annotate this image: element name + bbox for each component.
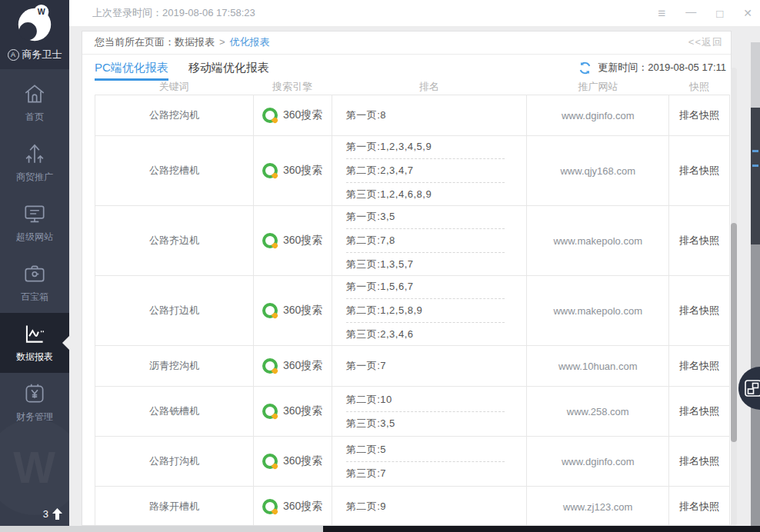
snapshot-cell: 排名快照 xyxy=(669,346,729,386)
engine-label: 360搜索 xyxy=(283,304,322,318)
sidebar-item-promotion[interactable]: 商贸推广 xyxy=(0,133,69,193)
rank-line: 第三页:1,2,4,6,8,9 xyxy=(346,182,505,206)
rank-cell: 第一页:3,5第二页:7,8第三页:1,3,5,7 xyxy=(332,206,528,275)
engine-label: 360搜索 xyxy=(283,164,322,178)
snapshot-link[interactable]: 排名快照 xyxy=(679,404,719,418)
table-row: 公路挖槽机360搜索第一页:1,2,3,4,5,9第二页:2,3,4,7第三页:… xyxy=(95,136,729,206)
sidebar-item-data-report[interactable]: 数据报表 xyxy=(0,313,69,373)
snapshot-link[interactable]: 排名快照 xyxy=(679,304,719,318)
rank-cell: 第一页:8 xyxy=(332,95,528,135)
header-rank: 排名 xyxy=(332,81,527,95)
rank-line: 第三页:7 xyxy=(346,461,505,485)
engine-cell: 360搜索 xyxy=(254,437,332,486)
rank-cell: 第一页:1,2,3,4,5,9第二页:2,3,4,7第三页:1,2,4,6,8,… xyxy=(332,136,528,205)
360-search-logo-icon xyxy=(262,404,278,419)
promotion-icon xyxy=(22,141,48,167)
rank-line: 第二页:10 xyxy=(346,388,505,411)
keyword-cell: 公路打沟机 xyxy=(95,437,254,486)
360-search-logo-icon xyxy=(262,108,278,123)
engine-label: 360搜索 xyxy=(283,108,322,122)
finance-icon xyxy=(22,381,48,407)
refresh-icon[interactable] xyxy=(578,61,592,75)
toolbox-icon xyxy=(22,261,48,287)
sidebar-item-home[interactable]: 首页 xyxy=(0,73,69,133)
sidebar-item-label: 百宝箱 xyxy=(0,291,69,304)
window-bottom-edge xyxy=(0,526,323,532)
rank-line: 第一页:1,2,3,4,5,9 xyxy=(346,135,505,158)
rank-line: 第一页:1,5,6,7 xyxy=(346,275,505,298)
keyword-cell: 路缘开槽机 xyxy=(95,487,254,526)
snapshot-link[interactable]: 排名快照 xyxy=(679,359,719,373)
rank-line: 第二页:5 xyxy=(346,438,505,461)
engine-label: 360搜索 xyxy=(283,359,322,373)
app-logo-icon: W xyxy=(14,2,55,44)
breadcrumb-prefix: 您当前所在页面： xyxy=(95,32,175,54)
sidebar-item-website[interactable]: 超级网站 xyxy=(0,193,69,253)
titlebar: 上次登录时间：2019-08-06 17:58:23 ≡ — □ ✕ xyxy=(69,0,760,27)
up-arrow-icon xyxy=(52,508,62,520)
rank-cell: 第二页:9 xyxy=(332,487,528,526)
qr-code-float-button[interactable] xyxy=(738,367,760,410)
keyword-cell: 公路打边机 xyxy=(95,276,254,345)
snapshot-link[interactable]: 排名快照 xyxy=(679,108,719,122)
rank-line: 第三页:3,5 xyxy=(346,411,505,435)
header-engine: 搜索引擎 xyxy=(253,81,332,95)
snapshot-link[interactable]: 排名快照 xyxy=(679,164,719,178)
snapshot-link[interactable]: 排名快照 xyxy=(679,500,719,514)
close-icon[interactable]: ✕ xyxy=(743,8,752,18)
brand-badge-icon: A xyxy=(8,49,19,61)
tab-mobile-report[interactable]: 移动端优化报表 xyxy=(188,55,269,81)
rank-line: 第二页:9 xyxy=(346,495,505,518)
qr-code-icon xyxy=(744,379,760,397)
rank-line: 第一页:8 xyxy=(346,104,505,127)
last-login-text: 上次登录时间：2019-08-06 17:58:23 xyxy=(92,0,255,26)
engine-label: 360搜索 xyxy=(283,454,322,468)
keyword-cell: 沥青挖沟机 xyxy=(95,346,254,386)
maximize-icon[interactable]: □ xyxy=(716,8,723,19)
breadcrumb-parent: 数据报表 xyxy=(175,32,215,54)
site-cell: www.zj123.com xyxy=(527,487,669,526)
update-time-text: 更新时间：2019-08-05 17:11 xyxy=(598,61,726,75)
360-search-logo-icon xyxy=(262,499,278,514)
keyword-cell: 公路铣槽机 xyxy=(95,387,254,436)
sidebar-item-toolbox[interactable]: 百宝箱 xyxy=(0,253,69,313)
snapshot-cell: 排名快照 xyxy=(669,95,729,135)
sidebar-item-label: 首页 xyxy=(0,111,69,124)
breadcrumb-current[interactable]: 优化报表 xyxy=(230,32,270,54)
keyword-cell: 公路挖槽机 xyxy=(95,136,254,205)
rank-cell: 第二页:5第三页:7 xyxy=(332,437,528,486)
notification-count: 3 xyxy=(43,508,48,520)
snapshot-link[interactable]: 排名快照 xyxy=(679,454,719,468)
back-link[interactable]: <<返回 xyxy=(688,32,723,54)
breadcrumb: 您当前所在页面：数据报表 > 优化报表 <<返回 xyxy=(82,32,731,55)
content-card: 您当前所在页面：数据报表 > 优化报表 <<返回 PC端优化报表 移动端优化报表… xyxy=(82,31,732,526)
rank-line: 第一页:3,5 xyxy=(346,205,505,228)
logo-block: W A 商务卫士 xyxy=(0,0,69,69)
rank-cell: 第一页:7 xyxy=(332,346,528,386)
window-controls: ≡ — □ ✕ xyxy=(658,0,752,26)
360-search-logo-icon xyxy=(262,358,278,374)
rank-cell: 第二页:10第三页:3,5 xyxy=(332,387,528,436)
notification-badge[interactable]: 3 xyxy=(43,508,62,520)
header-site: 推广网站 xyxy=(527,81,669,95)
header-snapshot: 快照 xyxy=(669,81,729,95)
background-window-edge-top xyxy=(751,42,760,108)
breadcrumb-separator: > xyxy=(219,32,225,54)
engine-label: 360搜索 xyxy=(283,404,322,418)
rank-line: 第三页:1,3,5,7 xyxy=(346,252,505,276)
minimize-icon[interactable]: — xyxy=(685,6,696,17)
site-cell: www.makepolo.com xyxy=(527,276,669,345)
keyword-cell: 公路挖沟机 xyxy=(95,95,254,135)
vertical-scrollbar-thumb[interactable] xyxy=(731,223,737,442)
report-chart-icon xyxy=(22,321,48,347)
snapshot-link[interactable]: 排名快照 xyxy=(679,234,719,248)
snapshot-cell: 排名快照 xyxy=(669,136,729,205)
brand-name: 商务卫士 xyxy=(22,48,62,62)
table-row: 路缘开槽机360搜索第二页:9www.zj123.com排名快照 xyxy=(95,487,729,526)
engine-cell: 360搜索 xyxy=(254,206,332,275)
menu-icon[interactable]: ≡ xyxy=(658,7,665,20)
rank-line: 第一页:7 xyxy=(346,354,505,377)
site-cell: www.dginfo.com xyxy=(527,437,669,486)
tab-pc-report[interactable]: PC端优化报表 xyxy=(95,55,168,81)
360-search-logo-icon xyxy=(262,163,278,178)
